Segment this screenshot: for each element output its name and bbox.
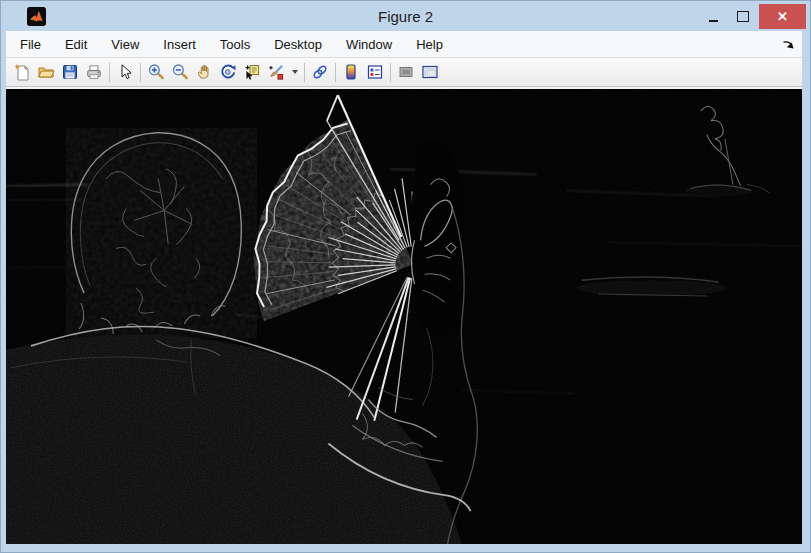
figure-window: Figure 2 ✕ File Edit View Insert Tools D… [0, 0, 811, 553]
menu-view[interactable]: View [99, 32, 151, 57]
pointer-icon [116, 63, 134, 81]
window-title: Figure 2 [1, 8, 810, 25]
minimize-icon [709, 20, 718, 22]
menu-help[interactable]: Help [404, 32, 455, 57]
open-file-icon [37, 63, 55, 81]
rotate-3d-button[interactable] [216, 60, 240, 84]
toolbar-separator [390, 63, 391, 82]
hide-plot-tools-button[interactable] [394, 60, 418, 84]
menu-bar: File Edit View Insert Tools Desktop Wind… [6, 31, 802, 58]
show-plot-tools-icon [421, 63, 439, 81]
window-controls: ✕ [699, 1, 810, 31]
pan-button[interactable] [192, 60, 216, 84]
toolbar-separator [140, 63, 141, 82]
dock-arrow-icon [781, 37, 795, 51]
insert-legend-button[interactable] [363, 60, 387, 84]
link-plot-icon [311, 63, 329, 81]
menu-edit[interactable]: Edit [53, 32, 99, 57]
open-file-button[interactable] [34, 60, 58, 84]
figure-canvas [6, 87, 802, 544]
hide-plot-tools-icon [397, 63, 415, 81]
save-figure-icon [61, 63, 79, 81]
toolbar-separator [304, 63, 305, 82]
maximize-button[interactable] [728, 3, 757, 29]
close-button[interactable]: ✕ [759, 4, 806, 29]
data-cursor-button[interactable] [240, 60, 264, 84]
link-plot-button[interactable] [308, 60, 332, 84]
menu-insert[interactable]: Insert [151, 32, 208, 57]
print-figure-button[interactable] [82, 60, 106, 84]
edit-plot-pointer-button[interactable] [113, 60, 137, 84]
dock-figure-button[interactable] [778, 37, 798, 51]
new-figure-icon [13, 63, 31, 81]
save-figure-button[interactable] [58, 60, 82, 84]
data-cursor-icon [243, 63, 261, 81]
maximize-icon [737, 11, 749, 22]
new-figure-button[interactable] [10, 60, 34, 84]
toolbar-separator [335, 63, 336, 82]
zoom-in-button[interactable] [144, 60, 168, 84]
dropdown-arrow-icon [292, 70, 298, 74]
rotate-3d-icon [219, 63, 237, 81]
insert-colorbar-icon [342, 63, 360, 81]
head-hair [66, 129, 256, 338]
zoom-out-icon [171, 63, 189, 81]
window-body: File Edit View Insert Tools Desktop Wind… [6, 31, 802, 544]
brush-options-dropdown-button[interactable] [288, 60, 301, 84]
print-figure-icon [85, 63, 103, 81]
zoom-in-icon [147, 63, 165, 81]
insert-colorbar-button[interactable] [339, 60, 363, 84]
insert-legend-icon [366, 63, 384, 81]
toolbar-separator [109, 63, 110, 82]
figure-toolbar [6, 58, 802, 87]
menu-window[interactable]: Window [334, 32, 404, 57]
menu-tools[interactable]: Tools [208, 32, 262, 57]
zoom-out-button[interactable] [168, 60, 192, 84]
title-bar: Figure 2 ✕ [1, 1, 810, 31]
show-plot-tools-button[interactable] [418, 60, 442, 84]
edge-image [6, 89, 802, 544]
brush-data-button[interactable] [264, 60, 288, 84]
menu-file[interactable]: File [8, 32, 53, 57]
matlab-logo-icon [27, 7, 46, 26]
menu-desktop[interactable]: Desktop [262, 32, 334, 57]
minimize-button[interactable] [699, 3, 728, 29]
pan-hand-icon [195, 63, 213, 81]
brush-icon [267, 63, 285, 81]
